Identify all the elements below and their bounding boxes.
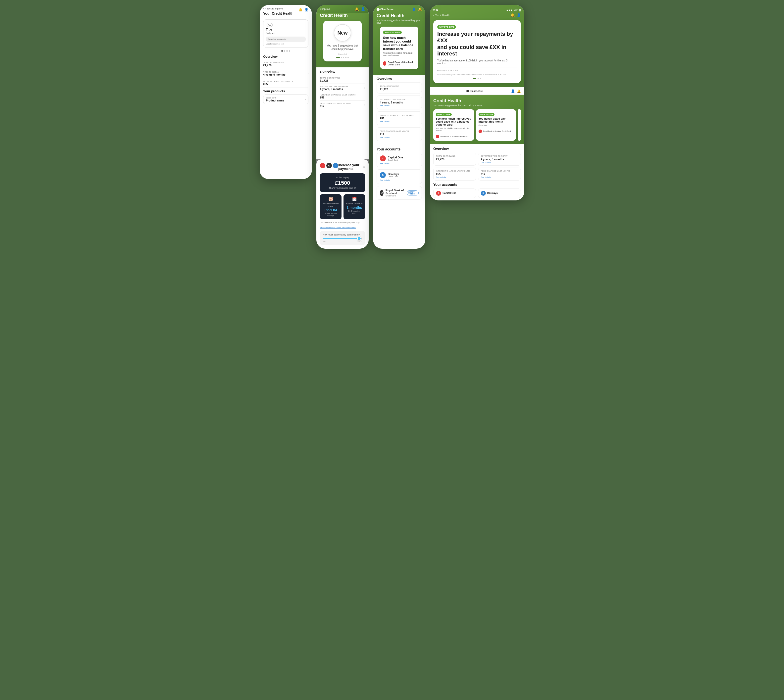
bell-icon[interactable]: 🔔: [355, 7, 359, 11]
disclaimer-text: his is based on your current statement b…: [437, 73, 517, 76]
battery-icon: ▓: [519, 9, 521, 11]
hero-card: New You have 5 suggestions that could he…: [324, 21, 362, 62]
modal-calculator-link[interactable]: How have we calculated these numbers?: [320, 226, 356, 228]
card1-body: You may be eligible for a card with 0% i…: [436, 127, 472, 132]
modal-overlay: C ⚙ B Increase your payments × I'd like …: [316, 159, 369, 249]
chevron-right-icon: ›: [364, 95, 365, 98]
overview-time-card: ESTIMATED TIME TO REPAY 4 years, 5 month…: [377, 95, 422, 109]
card2-title: You haven't paid any interest this month: [479, 117, 514, 123]
dot-3[interactable]: [286, 50, 288, 52]
balance-paid-stat: 📅 Balance paid off in 1 months By Decemb…: [344, 194, 365, 219]
dot-2[interactable]: [284, 50, 285, 52]
card2-bank: Royal Bank of Scotland Credit Card: [479, 128, 514, 133]
suggestion-card-3-partial: [518, 109, 521, 141]
hero-dot-4[interactable]: [345, 57, 347, 58]
overview-section: Overview TOTAL BORROWING £1,728 ESTIMATE…: [316, 67, 369, 112]
chevron-left-icon: ‹: [263, 7, 264, 10]
p3-overview: Overview TOTAL BORROWING £1,728 ESTIMATE…: [373, 75, 425, 145]
p4-nav: ‹ Credit Health 🔔 👤: [433, 13, 521, 17]
p4-bottom-section: ClearScore 👤 🔔 Credit Health You have 5 …: [430, 87, 524, 200]
rbs-logo: [383, 61, 386, 66]
row-fees[interactable]: FEES CHARGED LAST MONTH £12 ›: [320, 101, 365, 109]
credit-health-title: Credit Health: [320, 13, 365, 18]
hero-dot-3[interactable]: [343, 57, 344, 58]
suggestion-cards-row: WAYS TO SAVE See how much interest you c…: [433, 109, 521, 141]
row-interest[interactable]: INTEREST CHARGED LAST MONTH £55 ›: [320, 92, 365, 101]
user-icon[interactable]: 👤: [361, 7, 365, 11]
hero-dot-5[interactable]: [347, 57, 349, 58]
card-dots: [437, 78, 517, 79]
card-based-on: Based on x products: [266, 37, 306, 42]
overview-total-borrowing[interactable]: Total borrowing £1,728: [263, 60, 309, 69]
card-tag: Tag: [266, 23, 273, 27]
cs-icon: [377, 8, 380, 11]
capital-one-account[interactable]: C Capital One Credit Card See details: [377, 153, 422, 167]
ch-title: Credit Health: [433, 98, 521, 103]
hero-title: Increase your repayments by £XXand you c…: [437, 31, 517, 57]
dot-1[interactable]: [281, 50, 283, 52]
suggestion-card: WAYS TO SAVE See how much interest you c…: [380, 27, 419, 69]
barclays-cell[interactable]: B Barclays: [478, 188, 521, 198]
barclays-account[interactable]: B Barclays Credit Card See details: [377, 169, 422, 184]
phone-1: ‹ < Back to Improve 🔔 👤 Your Credit Heal…: [260, 5, 312, 179]
dot-4[interactable]: [289, 50, 290, 52]
hero-text: You have 5 suggestions that could help y…: [327, 44, 358, 51]
interest-saved-stat: 🐷 Estimated interest saved £251.84 That'…: [320, 194, 342, 219]
slider-min: £30: [323, 240, 326, 243]
dot-active[interactable]: [473, 78, 476, 79]
suggestion-body: You may be eligible for a card with 0% i…: [383, 52, 415, 57]
products-title: Your products: [263, 89, 309, 93]
repayment-hero-card: WAYS TO SAVE Increase your repayments by…: [433, 20, 521, 83]
pay-amount-box: I'd like to pay £1500 That's your balanc…: [320, 173, 365, 192]
overview-time-to-repay[interactable]: Time to repay 4 years 5 months ›: [263, 69, 309, 78]
phone-3: ClearScore 👤 🔔 Credit Health You have 5 …: [373, 5, 425, 249]
rbs-account[interactable]: ⚙ Royal Bank of Scotland Credit Card REA…: [377, 186, 422, 200]
row-time-repay[interactable]: ESTIMATED TIME TO REPAY 4 years, 5 month…: [320, 84, 365, 92]
suggestion-title: See how much interest you could save wit…: [383, 36, 415, 51]
capital-one-cell[interactable]: C Capital One: [433, 188, 476, 198]
hero-dot-1[interactable]: [336, 57, 340, 58]
overview-interest[interactable]: Interest paid last month £55 ›: [263, 78, 309, 88]
barclays-credit-card-ref: Barclays Credit Card: [437, 67, 517, 72]
user-icon[interactable]: 👤: [511, 89, 515, 93]
clearscore-logo: ClearScore: [466, 90, 483, 93]
row-total-borrowing: TOTAL BORROWING £1,728: [320, 75, 365, 84]
overview-grid: TOTAL BORROWING £1,728 ESTIMATED TIME TO…: [433, 153, 521, 180]
chevron-right-icon: ›: [308, 82, 309, 84]
increase-payments-modal: C ⚙ B Increase your payments × I'd like …: [316, 159, 369, 249]
ov-cell-interest: INTEREST CHARGED LAST MONTH £55 See deta…: [433, 168, 476, 180]
slider-thumb[interactable]: [357, 237, 361, 240]
chevron-right-icon: ›: [364, 87, 365, 89]
product-item[interactable]: Credit card Product name ›: [263, 95, 309, 104]
bell-icon[interactable]: 🔔: [299, 8, 302, 12]
slider-track[interactable]: [323, 238, 362, 239]
ov-cell-time: ESTIMATED TIME TO REPAY 4 years, 5 month…: [478, 153, 521, 166]
p4-sub-header: Credit Health You have 5 suggestions tha…: [430, 95, 524, 144]
card1-bank: Royal Bank of Scotland Credit Card: [436, 133, 472, 138]
user-icon[interactable]: 👤: [412, 7, 416, 11]
modal-close-button[interactable]: ×: [363, 165, 365, 169]
status-icons: ▲▲▲ WiFi ▓: [506, 9, 521, 11]
credit-health-card: Tag Title Body text Based on x products …: [263, 19, 309, 48]
user-icon[interactable]: 👤: [517, 13, 521, 17]
hero-dots: [327, 57, 358, 58]
hero-dot-2[interactable]: [341, 57, 342, 58]
capital-one-logo: C: [436, 191, 441, 196]
back-button[interactable]: ‹ Improve: [320, 8, 330, 10]
ways-to-save-badge: WAYS TO SAVE: [383, 31, 402, 34]
bell-icon[interactable]: 🔔: [517, 89, 521, 93]
products-section: Your products Credit card Product name ›: [260, 88, 312, 106]
bell-icon[interactable]: 🔔: [510, 13, 515, 17]
dot-2[interactable]: [477, 78, 479, 79]
ways-badge: WAYS TO SAVE: [436, 113, 452, 116]
capital-one-logo: C: [380, 155, 386, 162]
overview-fees-card: FEES CHARGED LAST MONTH £12 See details: [377, 127, 422, 141]
dot-3[interactable]: [480, 78, 481, 79]
bell-icon[interactable]: 🔔: [418, 7, 422, 11]
barclays-logo: B: [481, 191, 486, 196]
back-button[interactable]: ‹ < Back to Improve: [263, 7, 283, 10]
user-icon[interactable]: 👤: [304, 8, 309, 12]
slider-section: How much can you pay each month? £30 £15…: [320, 231, 365, 245]
back-button[interactable]: ‹ Credit Health: [433, 14, 449, 17]
slider-label: How much can you pay each month?: [323, 233, 362, 236]
